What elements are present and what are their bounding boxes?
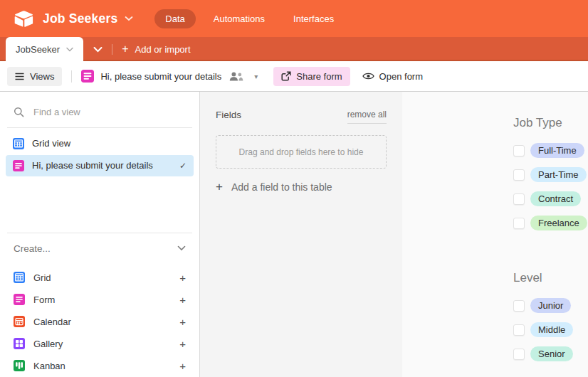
create-item-form[interactable]: Form + [6, 289, 194, 311]
add-grid-view-button[interactable]: + [179, 272, 186, 284]
view-item-label: Hi, please submit your details [32, 160, 153, 171]
create-label: Create... [14, 243, 51, 254]
content-area: Grid view Hi, please submit your details… [0, 92, 588, 377]
hamburger-icon [15, 73, 24, 80]
open-form-label: Open form [379, 71, 423, 82]
create-item-label: Calendar [33, 317, 71, 327]
option-row: Senior [513, 346, 588, 361]
form-view-icon [13, 160, 24, 171]
create-item-kanban[interactable]: Kanban + [6, 355, 194, 377]
fields-header: Fields remove all [216, 110, 387, 124]
plus-icon: + [216, 181, 223, 193]
table-list-chevron-down-icon[interactable] [93, 46, 103, 53]
add-kanban-view-button[interactable]: + [179, 360, 186, 372]
add-field-button[interactable]: + Add a field to this table [216, 181, 387, 193]
add-field-label: Add a field to this table [231, 181, 332, 193]
table-tab-jobseeker[interactable]: JobSeeker [6, 37, 83, 61]
collaborators-icon [229, 72, 243, 81]
table-tab-chevron-down-icon[interactable] [66, 47, 73, 52]
current-view-name: Hi, please submit your details [100, 71, 221, 82]
create-item-label: Grid [33, 272, 51, 283]
form-preview-panel: Job Type Full-Time Part-Time Contract Fr… [402, 92, 588, 377]
create-item-calendar[interactable]: Calendar + [6, 311, 194, 333]
views-button-label: Views [30, 71, 54, 82]
toolbar-separator [71, 70, 72, 83]
view-options-caret-icon[interactable]: ▾ [254, 73, 258, 80]
dropzone-hint: Drag and drop fields here to hide [239, 147, 364, 157]
option-row: Contract [513, 191, 588, 206]
table-tab-label: JobSeeker [16, 44, 60, 55]
form-icon [14, 294, 25, 305]
option-pill[interactable]: Part-Time [530, 167, 587, 182]
option-row: Middle [513, 322, 588, 337]
grid-view-icon [13, 138, 24, 149]
checkbox-freelance[interactable] [513, 218, 525, 229]
gallery-icon [14, 338, 25, 349]
find-view-input[interactable] [32, 106, 187, 118]
checkbox-part-time[interactable] [513, 169, 525, 181]
add-calendar-view-button[interactable]: + [179, 316, 186, 328]
share-form-button[interactable]: Share form [273, 67, 350, 86]
option-pill[interactable]: Junior [530, 298, 571, 313]
eye-icon [362, 72, 374, 80]
form-view-icon [81, 70, 94, 83]
option-pill[interactable]: Contract [530, 191, 581, 206]
base-title-chevron-down-icon[interactable] [125, 16, 133, 21]
option-pill[interactable]: Middle [530, 322, 573, 337]
view-item-form-selected[interactable]: Hi, please submit your details ✓ [6, 155, 194, 176]
option-pill[interactable]: Full-Time [530, 143, 584, 158]
field-title: Job Type [513, 116, 588, 130]
create-item-grid[interactable]: Grid + [6, 267, 194, 289]
option-row: Junior [513, 298, 588, 313]
checkbox-middle[interactable] [513, 324, 525, 336]
views-button[interactable]: Views [7, 67, 62, 86]
option-pill[interactable]: Senior [530, 346, 573, 361]
nav-tab-interfaces[interactable]: Interfaces [283, 9, 345, 28]
airtable-app-window: Job Seekers Data Automations Interfaces … [0, 0, 588, 377]
add-or-import-button[interactable]: + Add or import [122, 43, 190, 55]
nav-tab-data[interactable]: Data [154, 9, 195, 28]
view-toolbar: Views Hi, please submit your details ▾ [0, 61, 588, 92]
checkbox-contract[interactable] [513, 193, 525, 205]
sidebar-spacer [0, 177, 199, 233]
option-row: Part-Time [513, 167, 588, 182]
share-icon [281, 71, 291, 81]
checkbox-full-time[interactable] [513, 145, 525, 156]
views-sidebar: Grid view Hi, please submit your details… [0, 92, 200, 377]
view-search-row [0, 100, 199, 127]
create-item-label: Form [33, 294, 55, 305]
open-form-button[interactable]: Open form [362, 71, 423, 82]
form-field-job-type: Job Type Full-Time Part-Time Contract Fr… [513, 116, 588, 230]
tabbar-separator [112, 44, 112, 55]
form-fields-panel: Fields remove all Drag and drop fields h… [200, 92, 402, 377]
selected-check-icon: ✓ [179, 161, 187, 171]
create-section-toggle[interactable]: Create... [0, 233, 199, 261]
create-item-gallery[interactable]: Gallery + [6, 333, 194, 355]
view-item-grid-view[interactable]: Grid view [6, 133, 194, 154]
form-field-level: Level Junior Middle Senior [513, 271, 588, 361]
grid-icon [14, 272, 25, 283]
add-form-view-button[interactable]: + [179, 294, 186, 306]
base-title: Job Seekers [43, 11, 117, 26]
remove-all-link[interactable]: remove all [347, 110, 387, 124]
field-title: Level [513, 271, 588, 285]
table-tab-bar: JobSeeker + Add or import [0, 37, 588, 61]
option-pill[interactable]: Freelance [530, 216, 587, 230]
create-chevron-down-icon [177, 245, 186, 251]
header-nav: Data Automations Interfaces [154, 9, 345, 28]
create-item-label: Gallery [33, 339, 63, 349]
add-or-import-label: Add or import [135, 44, 191, 55]
nav-tab-automations[interactable]: Automations [203, 9, 275, 28]
current-view-chip[interactable]: Hi, please submit your details ▾ [81, 70, 258, 83]
option-row: Full-Time [513, 143, 588, 158]
checkbox-senior[interactable] [513, 349, 525, 360]
tabbar-bottom-edge [0, 60, 588, 61]
share-form-label: Share form [296, 71, 342, 82]
kanban-icon [14, 360, 25, 371]
checkbox-junior[interactable] [513, 300, 525, 312]
calendar-icon [14, 316, 25, 327]
add-gallery-view-button[interactable]: + [179, 338, 186, 350]
hide-fields-dropzone[interactable]: Drag and drop fields here to hide [216, 135, 387, 169]
fields-title: Fields [216, 110, 241, 120]
create-view-list: Grid + Form + [0, 261, 199, 377]
